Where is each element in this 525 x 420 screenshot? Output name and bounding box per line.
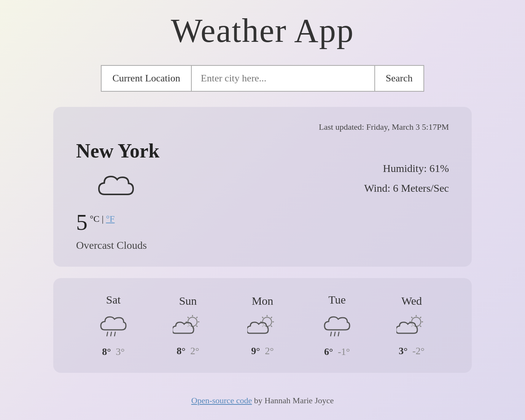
svg-line-31 [420,317,421,318]
current-location-button[interactable]: Current Location [102,66,191,91]
svg-line-2 [115,332,115,336]
forecast-low-tue: -1° [338,346,350,357]
footer: Open-source code by Hannah Marie Joyce [191,396,334,406]
forecast-temps-sat: 8° 3° [102,346,124,358]
forecast-icon-sun [173,313,203,340]
fahrenheit-link[interactable]: °F [106,214,115,224]
current-weather-icon [76,170,159,204]
forecast-temps-wed: 3° -2° [399,345,425,357]
svg-line-19 [271,317,272,318]
app-title: Weather App [171,11,354,50]
forecast-high-mon: 9° [251,345,260,356]
svg-line-18 [271,326,272,327]
weather-main-content: New York 5 °C | °F Overcast Clouds Humid… [76,140,449,251]
forecast-day-name-sun: Sun [179,294,197,307]
forecast-grid: Sat 8° 3° Sun [76,293,449,358]
unit-separator: | [102,214,106,224]
forecast-day-wed: Wed 3° -2° [374,294,449,357]
temperature-display: 5 °C | °F [76,209,159,235]
svg-line-10 [196,317,197,318]
svg-line-21 [331,332,331,336]
forecast-day-sat: Sat 8° 3° [76,293,151,358]
forecast-day-sun: Sun 8° 2° [151,294,225,357]
weather-description: Overcast Clouds [76,239,159,251]
forecast-low-wed: -2° [412,345,425,356]
temperature-value: 5 [76,209,88,235]
footer-author: by Hannah Marie Joyce [252,396,334,405]
forecast-day-tue: Tue 6° -1° [300,293,374,358]
svg-line-9 [196,326,197,327]
weather-left-section: New York 5 °C | °F Overcast Clouds [76,140,159,251]
forecast-low-sun: 2° [190,345,199,356]
wind-text: Wind: 6 Meters/Sec [364,182,449,194]
city-search-input[interactable] [192,66,374,91]
svg-line-22 [334,332,335,336]
last-updated-text: Last updated: Friday, March 3 5:17PM [76,122,449,132]
forecast-icon-mon [247,313,278,340]
weather-right-section: Humidity: 61% Wind: 6 Meters/Sec [364,140,449,202]
forecast-temps-sun: 8° 2° [177,345,199,357]
svg-line-29 [411,317,412,318]
forecast-day-mon: Mon 9° 2° [225,294,300,357]
forecast-day-name-sat: Sat [106,293,121,306]
forecast-high-sat: 8° [102,346,111,357]
forecast-icon-tue [324,312,350,341]
forecast-icon-sat [100,312,127,341]
forecast-icon-wed [396,313,427,340]
search-bar: Current Location Search [101,65,424,92]
forecast-day-name-wed: Wed [401,294,422,307]
svg-line-23 [338,332,339,336]
search-button[interactable]: Search [374,66,423,91]
city-name: New York [76,140,159,162]
svg-line-1 [111,332,111,336]
forecast-low-sat: 3° [116,346,124,357]
forecast-high-tue: 6° [324,346,333,357]
forecast-high-wed: 3° [399,345,407,356]
current-weather-card: Last updated: Friday, March 3 5:17PM New… [53,107,472,267]
forecast-card: Sat 8° 3° Sun [53,278,472,373]
humidity-text: Humidity: 61% [383,162,449,175]
open-source-link[interactable]: Open-source code [191,396,252,405]
svg-line-0 [107,332,108,336]
temperature-unit: °C | °F [90,214,115,224]
forecast-day-name-mon: Mon [252,294,274,307]
svg-line-30 [420,326,421,327]
celsius-label: °C [90,214,100,224]
forecast-temps-mon: 9° 2° [251,345,274,357]
forecast-high-sun: 8° [177,345,185,356]
svg-line-17 [262,317,263,318]
overcast-cloud-icon [95,170,141,204]
forecast-day-name-tue: Tue [328,293,346,306]
svg-line-8 [188,317,189,318]
forecast-temps-tue: 6° -1° [324,346,350,358]
forecast-low-mon: 2° [265,345,274,356]
